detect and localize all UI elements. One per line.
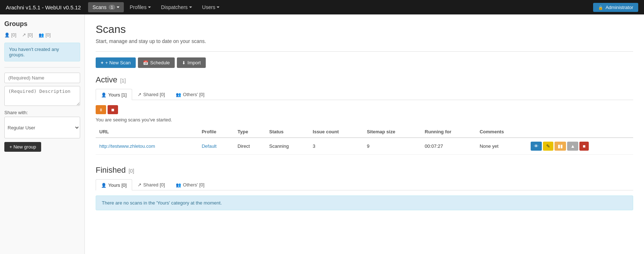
- col-issue-count: Issue count: [309, 126, 363, 138]
- finished-tab-yours-label: Yours [0]: [108, 182, 127, 188]
- col-profile: Profile: [198, 126, 234, 138]
- col-type: Type: [234, 126, 266, 138]
- finished-tab-yours[interactable]: Yours [0]: [96, 179, 132, 190]
- schedule-label: Schedule: [150, 60, 170, 65]
- stop-icon: [111, 107, 115, 112]
- group-name-input[interactable]: [4, 73, 80, 83]
- nav-profiles-label: Profiles: [130, 4, 147, 10]
- share-with-select[interactable]: Regular User: [4, 117, 80, 138]
- nav-profiles[interactable]: Profiles: [125, 2, 155, 12]
- sidebar: Groups [0] [0] [0] You haven't created a…: [0, 14, 85, 254]
- shared-count: [0]: [22, 32, 32, 38]
- table-header: URL Profile Type Status Issue count Site…: [96, 126, 633, 138]
- col-url: URL: [96, 126, 198, 138]
- nav-scans-link[interactable]: Scans 1: [88, 2, 124, 12]
- upload-button[interactable]: ▲: [567, 142, 578, 151]
- group-icon: [39, 33, 44, 38]
- cell-type: Direct: [234, 138, 266, 155]
- nav-menu: Scans 1 Profiles Dispatchers Users: [88, 2, 593, 12]
- active-tab-others[interactable]: Others' [0]: [170, 89, 210, 100]
- active-tab-yours[interactable]: Yours [1]: [96, 89, 132, 100]
- cell-comments: None yet: [476, 138, 527, 155]
- schedule-button[interactable]: Schedule: [138, 57, 175, 68]
- cell-actions: 👁 ✎ ▮▮ ▲ ■: [527, 138, 633, 155]
- new-scan-label: + New Scan: [105, 60, 131, 65]
- import-label: Import: [187, 60, 201, 65]
- finished-section-header: Finished [0]: [96, 165, 633, 175]
- page-subtitle: Start, manage and stay up to date on you…: [96, 38, 633, 44]
- finished-tab-others-label: Others' [0]: [183, 182, 205, 188]
- scans-caret-icon: [117, 7, 119, 8]
- finished-tab-others[interactable]: Others' [0]: [170, 179, 210, 190]
- active-tab-shared[interactable]: Shared [0]: [132, 89, 170, 100]
- active-section-header: Active [1]: [96, 75, 633, 85]
- stop-all-button[interactable]: [108, 105, 118, 114]
- pause-button[interactable]: ▮▮: [554, 142, 566, 151]
- edit-button[interactable]: ✎: [543, 142, 553, 151]
- user-icon: [4, 33, 10, 38]
- admin-label: Administrator: [605, 5, 633, 10]
- sidebar-group-counts: [0] [0] [0]: [4, 32, 80, 38]
- new-group-button[interactable]: + New group: [4, 142, 41, 152]
- page-title: Scans: [96, 23, 633, 35]
- active-tab-others-label: Others' [0]: [183, 92, 205, 97]
- scans-badge: 1: [109, 5, 115, 10]
- finished-shared-icon: [138, 182, 142, 188]
- nav-users-link[interactable]: Users: [198, 2, 224, 12]
- pause-all-button[interactable]: [96, 105, 106, 114]
- nav-scans[interactable]: Scans 1: [88, 2, 124, 12]
- profile-link[interactable]: Default: [202, 143, 217, 149]
- cell-sitemap-size: 9: [363, 138, 421, 155]
- finished-count: [0]: [129, 168, 134, 174]
- finished-others-icon: [176, 182, 181, 188]
- plus-icon: [101, 60, 104, 65]
- main-content: Scans Start, manage and stay up to date …: [85, 14, 644, 254]
- view-button[interactable]: 👁: [531, 142, 542, 151]
- table-body: http://testwww.zhletou.com Default Direc…: [96, 138, 633, 155]
- cell-url: http://testwww.zhletou.com: [96, 138, 198, 155]
- navbar: Arachni v1.5.1 - WebUI v0.5.12 Scans 1 P…: [0, 0, 644, 14]
- cell-running-for: 00:07:27: [421, 138, 476, 155]
- nav-scans-label: Scans: [92, 4, 106, 10]
- scan-url-link[interactable]: http://testwww.zhletou.com: [99, 143, 155, 149]
- col-comments: Comments: [476, 126, 527, 138]
- share-with-label: Share with:: [4, 110, 80, 115]
- dispatchers-caret-icon: [189, 7, 192, 8]
- main-layout: Groups [0] [0] [0] You haven't created a…: [0, 14, 644, 254]
- calendar-icon: [143, 60, 148, 65]
- finished-tab-shared-label: Shared [0]: [143, 182, 165, 188]
- active-label: Active: [96, 75, 117, 85]
- active-tab-yours-label: Yours [1]: [108, 92, 127, 98]
- profiles-caret-icon: [148, 7, 151, 8]
- stop-button[interactable]: ■: [579, 142, 589, 151]
- finished-tabs: Yours [0] Shared [0] Others' [0]: [96, 179, 633, 190]
- col-running-for: Running for: [421, 126, 476, 138]
- row-action-buttons: 👁 ✎ ▮▮ ▲ ■: [531, 142, 630, 151]
- finished-tab-shared[interactable]: Shared [0]: [132, 179, 170, 190]
- finished-label: Finished: [96, 165, 126, 175]
- nav-users[interactable]: Users: [198, 2, 224, 12]
- pause-icon: [99, 107, 103, 112]
- shared-share-icon: [138, 92, 142, 97]
- sidebar-divider: [4, 67, 80, 68]
- nav-dispatchers[interactable]: Dispatchers: [157, 2, 196, 12]
- import-button[interactable]: Import: [177, 57, 206, 68]
- group-description-input[interactable]: [4, 86, 80, 106]
- nav-dispatchers-link[interactable]: Dispatchers: [157, 2, 196, 12]
- others-group-icon: [176, 92, 181, 97]
- nav-dispatchers-label: Dispatchers: [161, 4, 188, 10]
- content-divider: [96, 51, 633, 52]
- nav-profiles-link[interactable]: Profiles: [125, 2, 155, 12]
- new-scan-button[interactable]: + New Scan: [96, 57, 136, 68]
- toolbar: + New Scan Schedule Import: [96, 57, 633, 68]
- sidebar-title: Groups: [4, 20, 80, 28]
- active-count: [1]: [120, 78, 126, 83]
- finished-empty-message: There are no scans in the 'Yours' catego…: [96, 195, 633, 210]
- col-sitemap-size: Sitemap size: [363, 126, 421, 138]
- active-tab-shared-label: Shared [0]: [143, 92, 165, 97]
- admin-button[interactable]: Administrator: [593, 3, 638, 12]
- users-caret-icon: [217, 7, 219, 8]
- app-brand: Arachni v1.5.1 - WebUI v0.5.12: [6, 4, 81, 10]
- cell-profile: Default: [198, 138, 234, 155]
- col-status: Status: [266, 126, 309, 138]
